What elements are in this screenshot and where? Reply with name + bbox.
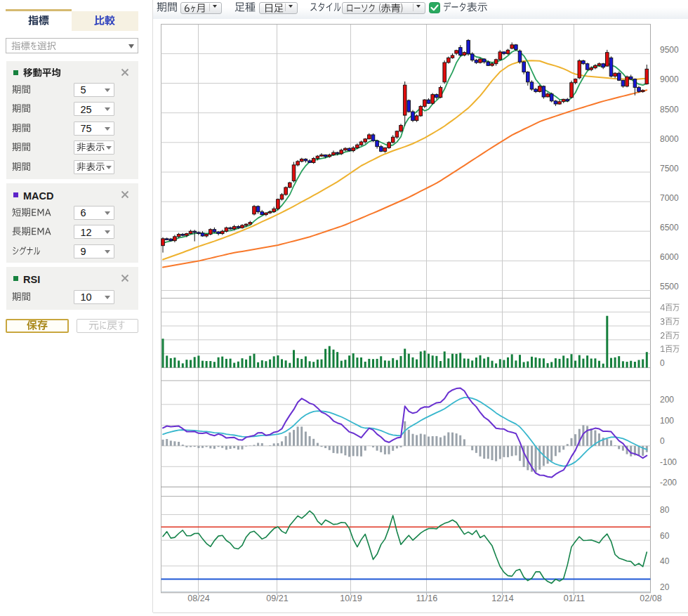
svg-text:8500: 8500 [660,105,679,114]
svg-text:20: 20 [660,582,670,592]
svg-text:-100: -100 [660,457,677,467]
svg-text:0: 0 [660,358,665,368]
svg-text:11/16: 11/16 [416,594,437,603]
svg-text:60: 60 [660,531,670,541]
svg-text:6000: 6000 [660,252,679,262]
svg-text:-200: -200 [660,478,677,487]
svg-text:01/11: 01/11 [564,594,585,603]
svg-text:5500: 5500 [660,282,679,291]
svg-text:80: 80 [660,505,670,515]
svg-text:7500: 7500 [660,164,679,173]
svg-text:200: 200 [660,395,674,405]
svg-text:09/21: 09/21 [266,594,288,603]
svg-text:0: 0 [660,436,665,446]
svg-text:100: 100 [660,416,674,426]
svg-text:12/14: 12/14 [491,594,513,603]
svg-text:8000: 8000 [660,134,679,144]
svg-text:10/19: 10/19 [340,594,362,603]
svg-text:9000: 9000 [660,74,679,84]
svg-text:7000: 7000 [660,193,679,203]
svg-text:02/08: 02/08 [640,594,661,603]
svg-text:6500: 6500 [660,223,679,232]
svg-text:9500: 9500 [660,45,679,55]
svg-text:08/24: 08/24 [187,594,209,603]
svg-text:40: 40 [660,556,670,566]
